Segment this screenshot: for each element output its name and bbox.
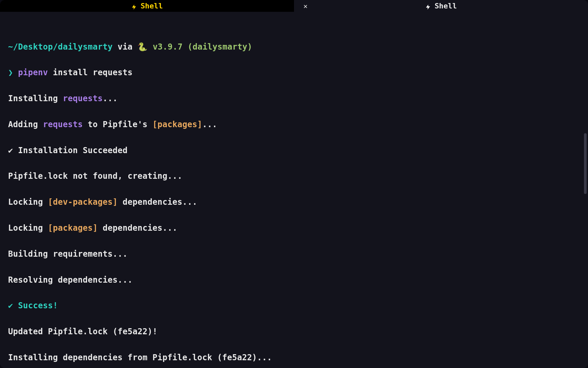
prompt-symbol: ❯ [8, 68, 18, 77]
prompt-via: via [113, 42, 138, 52]
terminal-window: Shell ✕ Shell ~/Desktop/dailysmarty via … [0, 0, 588, 368]
output-success: ✔ Success! [8, 299, 580, 312]
prompt-line: ~/Desktop/dailysmarty via 🐍 v3.9.7 (dail… [8, 40, 580, 53]
prompt-version: v3.9.7 (dailysmarty) [148, 42, 252, 52]
prompt-path: ~/Desktop/dailysmarty [8, 42, 113, 52]
output-line: Locking [dev-packages] dependencies... [8, 196, 580, 208]
output-line: Building requirements... [8, 248, 580, 260]
tab-shell-active[interactable]: Shell [0, 0, 294, 12]
output-line: Locking [packages] dependencies... [8, 222, 580, 234]
command-line: ❯ pipenv install requests [8, 66, 580, 79]
snake-icon: 🐍 [137, 42, 148, 51]
close-icon[interactable]: ✕ [303, 1, 308, 11]
tab-label: Shell [140, 0, 163, 12]
tab-label: Shell [434, 0, 457, 12]
output-line: Resolving dependencies... [8, 274, 580, 286]
output-line: ✔ Installation Succeeded [8, 144, 580, 157]
output-line: Pipfile.lock not found, creating... [8, 170, 580, 182]
scrollbar[interactable] [584, 133, 587, 194]
bolt-icon [131, 2, 137, 10]
output-line: Updated Pipfile.lock (fe5a22)! [8, 325, 580, 338]
terminal-body[interactable]: ~/Desktop/dailysmarty via 🐍 v3.9.7 (dail… [0, 12, 588, 368]
tab-bar: Shell ✕ Shell [0, 0, 588, 12]
bolt-icon [425, 2, 431, 10]
cmd-args: install requests [48, 68, 133, 77]
output-line: Installing requests... [8, 92, 580, 105]
output-line: Adding requests to Pipfile's [packages].… [8, 118, 580, 131]
cmd-binary: pipenv [18, 68, 48, 77]
tab-shell-inactive[interactable]: ✕ Shell [294, 0, 588, 12]
output-line: Installing dependencies from Pipfile.loc… [8, 351, 580, 364]
